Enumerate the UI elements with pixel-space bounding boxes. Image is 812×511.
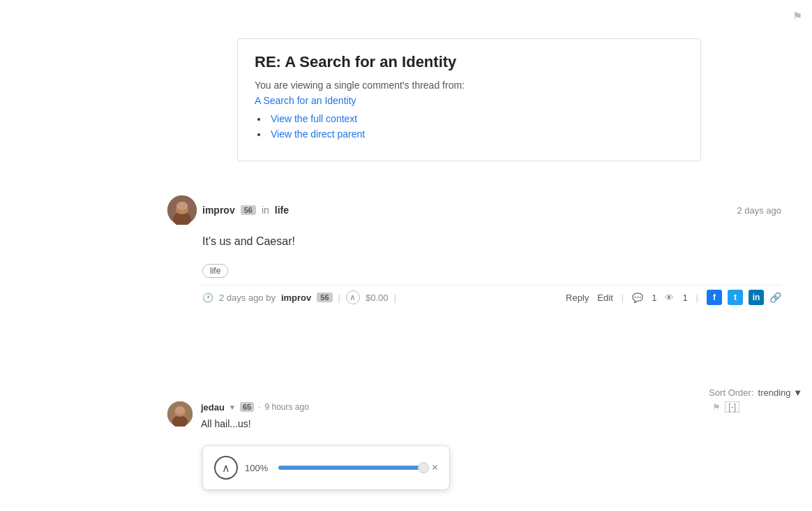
main-comment: improv 56 in life 2 days ago It's us and… [167,195,781,309]
sort-label: Sort Order: [709,387,753,398]
comment-header: improv 56 in life 2 days ago [167,195,781,225]
up-arrow-icon: ∧ [222,461,230,475]
avatar [167,195,197,225]
comment-tags: life [202,264,781,278]
comment-icon: 💬 [632,292,643,303]
reply-header: jedau ▼ 65 · 9 hours ago ⚑ [-] [201,401,739,413]
progress-bar-track[interactable] [278,466,425,470]
reply-avatar-svg [167,401,193,427]
progress-handle[interactable] [418,462,429,473]
eye-count: 1 [682,292,687,303]
twitter-share-button[interactable]: t [728,290,743,305]
footer-author-badge: 56 [317,292,332,302]
footer-amount: $0.00 [366,292,389,303]
reply-content: jedau ▼ 65 · 9 hours ago ⚑ [-] All hail.… [201,401,739,431]
sort-order-bar: Sort Order: trending ▼ [709,387,802,398]
progress-bar-fill [278,466,425,470]
comment-badge: 56 [241,205,256,215]
community-link[interactable]: life [275,205,289,216]
reply-badge: 65 [240,402,254,412]
reply-flag-icon[interactable]: ⚑ [712,402,721,413]
source-link[interactable]: A Search for an Identity [255,95,356,106]
view-direct-parent-link[interactable]: View the direct parent [271,128,365,140]
progress-popup: ∧ 100% × [202,445,450,490]
footer-left: 🕐 2 days ago by improv 56 | ∧ $0.00 | [202,290,396,304]
reply-collapse-button[interactable]: [-] [725,401,739,413]
reputation-arrow-icon: ▼ [229,403,236,411]
reply-text: All hail...us! [201,417,739,431]
avatar-svg [167,195,197,225]
svg-point-10 [175,407,185,415]
info-box-links: View the full context View the direct pa… [255,113,684,140]
info-box: RE: A Search for an Identity You are vie… [237,38,701,161]
facebook-share-button[interactable]: f [707,290,722,305]
reply-separator: · [258,402,260,412]
progress-close-button[interactable]: × [432,461,438,474]
progress-up-button[interactable]: ∧ [214,456,238,480]
info-box-source[interactable]: A Search for an Identity [255,95,684,106]
list-item: View the full context [257,113,684,124]
info-box-subtitle: You are viewing a single comment's threa… [255,80,684,91]
svg-point-5 [176,202,188,210]
info-box-title: RE: A Search for an Identity [255,53,684,71]
list-item: View the direct parent [257,128,684,140]
social-icons: f t in 🔗 [707,290,781,305]
linkedin-share-button[interactable]: in [749,290,764,305]
footer-right: Reply Edit | 💬 1 👁 1 | f t in 🔗 [566,290,781,305]
in-text: in [262,205,269,216]
footer-author[interactable]: improv [281,292,311,303]
reply-comment: jedau ▼ 65 · 9 hours ago ⚑ [-] All hail.… [167,401,739,431]
sort-arrow-icon: ▼ [793,387,802,398]
flag-top-right-icon[interactable]: ⚑ [792,10,802,23]
progress-percent: 100% [245,463,271,473]
reply-avatar [167,401,193,427]
comment-footer: 🕐 2 days ago by improv 56 | ∧ $0.00 | Re… [202,285,781,309]
comment-count: 1 [652,292,656,303]
sort-value-button[interactable]: trending ▼ [758,387,802,398]
page-wrapper: ⚑ RE: A Search for an Identity You are v… [0,0,812,511]
comment-header-left: improv 56 in life [167,195,289,225]
eye-icon: 👁 [665,292,674,303]
copy-link-button[interactable]: 🔗 [769,292,781,303]
comment-username[interactable]: improv [202,205,235,216]
edit-button[interactable]: Edit [597,292,612,303]
sort-value-text: trending [758,387,791,398]
reply-button[interactable]: Reply [566,292,589,303]
reply-time: 9 hours ago [264,402,308,412]
reply-username[interactable]: jedau [201,402,225,413]
footer-time: 2 days ago by [219,292,276,303]
clock-icon: 🕐 [202,292,213,303]
vote-up-button[interactable]: ∧ [346,290,360,304]
comment-timestamp: 2 days ago [737,205,781,216]
tag-life[interactable]: life [202,264,228,278]
comment-body: It's us and Caesar! [202,233,781,250]
view-full-context-link[interactable]: View the full context [271,113,357,124]
